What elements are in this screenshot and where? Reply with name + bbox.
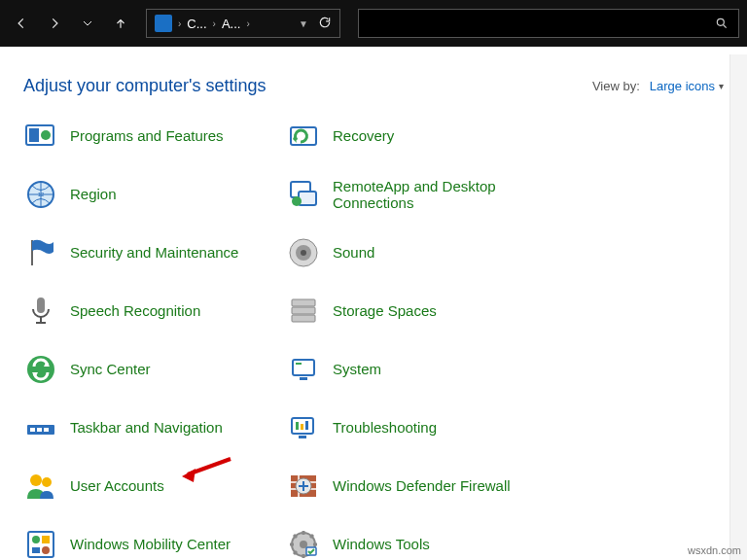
- search-box[interactable]: [358, 9, 739, 38]
- remoteapp-icon: [286, 177, 321, 212]
- globe-icon: 12: [23, 177, 58, 212]
- content-area: Adjust your computer's settings View by:…: [0, 47, 747, 560]
- forward-button[interactable]: [41, 10, 68, 37]
- mic-icon: [23, 294, 58, 329]
- svg-rect-21: [30, 428, 35, 432]
- svg-rect-26: [296, 422, 299, 430]
- page-title: Adjust your computer's settings: [23, 76, 267, 96]
- svg-point-9: [292, 196, 302, 206]
- cp-link: RemoteApp and Desktop Connections: [333, 178, 578, 212]
- address-dropdown-icon[interactable]: ▼: [299, 18, 308, 29]
- taskbar-icon: [23, 410, 58, 445]
- cp-link: Region: [70, 186, 117, 202]
- cp-item-storage[interactable]: Storage Spaces: [286, 291, 578, 332]
- cp-item-user-accounts[interactable]: User Accounts: [23, 466, 286, 507]
- flag-icon: [23, 235, 58, 270]
- cp-link: Troubleshooting: [333, 419, 437, 436]
- svg-rect-15: [292, 307, 315, 314]
- cp-link: Windows Defender Firewall: [333, 477, 511, 494]
- tools-icon: [286, 527, 321, 560]
- svg-rect-36: [32, 547, 40, 553]
- firewall-icon: [286, 469, 321, 504]
- control-panel-icon: [155, 15, 172, 32]
- cp-link: Security and Maintenance: [70, 244, 238, 261]
- svg-rect-2: [29, 128, 39, 142]
- cp-item-mobility[interactable]: Windows Mobility Center: [23, 524, 286, 560]
- svg-rect-22: [37, 428, 42, 432]
- svg-rect-25: [299, 436, 306, 438]
- cp-item-taskbar[interactable]: Taskbar and Navigation: [23, 407, 286, 448]
- cp-item-recovery[interactable]: Recovery: [286, 116, 578, 157]
- cp-item-troubleshoot[interactable]: Troubleshooting: [286, 407, 578, 448]
- cp-link: Windows Mobility Center: [70, 536, 231, 552]
- svg-rect-16: [292, 315, 315, 322]
- system-icon: [286, 352, 321, 387]
- cp-item-sync[interactable]: Sync Center: [23, 349, 286, 390]
- cp-item-programs[interactable]: Programs and Features: [23, 116, 286, 157]
- cp-link: Programs and Features: [70, 127, 224, 144]
- cp-item-speech[interactable]: Speech Recognition: [23, 291, 286, 332]
- cp-link: Recovery: [333, 127, 394, 144]
- navigation-bar: › C... › A... › ▼: [0, 0, 747, 47]
- cp-link: Storage Spaces: [333, 302, 437, 319]
- breadcrumb-2[interactable]: A...: [222, 17, 241, 31]
- sound-icon: [286, 235, 321, 270]
- watermark: wsxdn.com: [688, 544, 741, 556]
- cp-link: Windows Tools: [333, 536, 430, 552]
- cp-item-sound[interactable]: Sound: [286, 232, 578, 273]
- cp-item-region[interactable]: 12 Region: [23, 174, 286, 215]
- svg-rect-14: [292, 299, 315, 306]
- back-button[interactable]: [8, 10, 35, 37]
- view-by-dropdown[interactable]: Large icons ▾: [650, 79, 724, 93]
- svg-rect-33: [28, 532, 53, 557]
- scrollbar[interactable]: [729, 54, 747, 560]
- svg-point-0: [717, 18, 724, 25]
- sync-icon: [23, 352, 58, 387]
- svg-rect-18: [293, 360, 314, 375]
- cp-link: Speech Recognition: [70, 302, 200, 319]
- up-button[interactable]: [107, 10, 134, 37]
- svg-rect-8: [299, 192, 316, 205]
- svg-point-37: [42, 546, 50, 554]
- svg-rect-27: [301, 424, 303, 430]
- cp-link: Sync Center: [70, 361, 151, 377]
- svg-point-12: [301, 250, 306, 256]
- cp-item-system[interactable]: System: [286, 349, 578, 390]
- view-by-label: View by:: [592, 79, 640, 93]
- cp-item-firewall[interactable]: Windows Defender Firewall: [286, 466, 578, 507]
- cp-link: System: [333, 361, 381, 377]
- recovery-icon: [286, 119, 321, 154]
- svg-rect-23: [44, 428, 49, 432]
- cp-link: Taskbar and Navigation: [70, 419, 223, 436]
- svg-point-3: [41, 130, 51, 140]
- troubleshoot-icon: [286, 410, 321, 445]
- chevron-right-icon: ›: [213, 18, 216, 29]
- storage-icon: [286, 294, 321, 329]
- cp-link: User Accounts: [70, 477, 164, 494]
- cp-link: Sound: [333, 244, 374, 261]
- cp-item-remoteapp[interactable]: RemoteApp and Desktop Connections: [286, 174, 578, 215]
- chevron-down-icon: ▾: [719, 81, 724, 91]
- cp-item-tools[interactable]: Windows Tools: [286, 524, 578, 560]
- svg-point-30: [42, 477, 52, 487]
- programs-icon: [23, 119, 58, 154]
- svg-text:12: 12: [38, 192, 45, 197]
- recent-dropdown[interactable]: [74, 10, 101, 37]
- svg-rect-35: [42, 536, 50, 543]
- svg-point-34: [32, 536, 40, 543]
- chevron-right-icon: ›: [246, 18, 249, 29]
- view-by-value: Large icons: [650, 79, 715, 93]
- svg-rect-28: [305, 421, 308, 430]
- search-icon: [715, 17, 729, 30]
- svg-rect-13: [37, 298, 45, 313]
- chevron-right-icon: ›: [178, 18, 181, 29]
- address-bar[interactable]: › C... › A... › ▼: [146, 9, 340, 38]
- svg-point-29: [30, 474, 42, 486]
- svg-rect-19: [300, 377, 307, 380]
- refresh-button[interactable]: [318, 16, 332, 32]
- control-panel-grid: Programs and Features Recovery 12 Region…: [23, 116, 724, 560]
- mobility-icon: [23, 527, 58, 560]
- breadcrumb-1[interactable]: C...: [187, 17, 206, 31]
- users-icon: [23, 469, 58, 504]
- cp-item-security[interactable]: Security and Maintenance: [23, 232, 286, 273]
